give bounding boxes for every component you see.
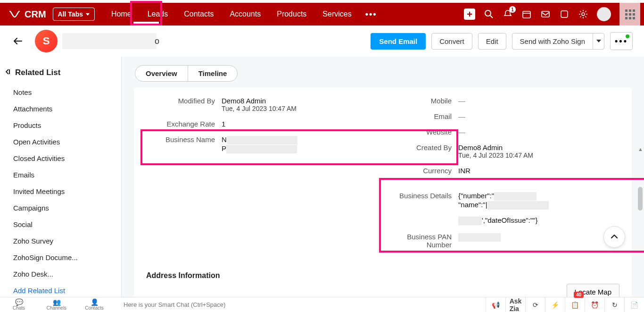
sidebar-item-open-activities[interactable]: Open Activities [13, 134, 121, 150]
extension-icon[interactable] [559, 9, 570, 19]
related-list-header: Related List [0, 57, 121, 84]
split-caret-icon[interactable] [593, 34, 604, 49]
nav-accounts[interactable]: Accounts [222, 3, 269, 25]
svg-point-0 [485, 10, 491, 16]
app-name: CRM [25, 9, 46, 20]
tab-overview[interactable]: Overview [135, 66, 188, 81]
refresh-icon[interactable]: ⟳ [525, 297, 545, 312]
record-tabs: Overview Timeline [122, 57, 644, 87]
svg-rect-4 [542, 11, 549, 17]
search-icon[interactable] [484, 9, 494, 19]
field-email: Email — [383, 109, 619, 124]
detail-panel: Modified By Demo8 Admin Tue, 4 Jul 2023 … [134, 87, 632, 297]
reminder-icon[interactable]: ⏰ [585, 297, 604, 312]
convert-button[interactable]: Convert [431, 33, 472, 50]
chat-icon: 💬 [15, 299, 23, 305]
sidebar-item-invited-meetings[interactable]: Invited Meetings [13, 183, 121, 200]
scrollbar-up-icon[interactable]: ▲ [638, 146, 643, 152]
sidebar-item-emails[interactable]: Emails [13, 167, 121, 183]
sidebar-item-closed-activities[interactable]: Closed Activities [13, 150, 121, 167]
profile-avatar[interactable] [597, 7, 611, 21]
footer-contacts[interactable]: 👤Contacts [75, 299, 113, 311]
record-title: o [62, 33, 157, 49]
all-tabs-dropdown[interactable]: All Tabs [53, 8, 95, 21]
related-list-panel: Related List Notes Attachments Products … [0, 57, 122, 297]
svg-point-6 [582, 13, 585, 16]
field-modified-by: Modified By Demo8 Admin Tue, 4 Jul 2023 … [146, 93, 383, 116]
scroll-to-top-button[interactable] [603, 226, 625, 248]
nav-products[interactable]: Products [269, 3, 314, 25]
app-launcher-icon[interactable] [619, 3, 640, 25]
record-actions: Send Email Convert Edit Send with Zoho S… [371, 32, 633, 50]
sidebar-item-zoho-desk[interactable]: Zoho Desk... [13, 266, 121, 282]
record-avatar: S [35, 30, 58, 52]
content-area: Overview Timeline Modified By Demo8 Admi… [122, 57, 644, 297]
sidebar-item-notes[interactable]: Notes [13, 84, 121, 101]
topbar-right: + 1 [464, 3, 644, 25]
mail-icon[interactable] [540, 9, 551, 19]
more-actions-button[interactable]: ••• [610, 32, 633, 50]
settings-gear-icon[interactable] [578, 9, 588, 19]
top-nav-bar: CRM All Tabs Home Leads Contacts Account… [0, 3, 644, 25]
send-email-button[interactable]: Send Email [371, 33, 426, 50]
scrollbar-thumb[interactable] [638, 187, 643, 211]
add-related-list-link[interactable]: Add Related List [13, 282, 121, 297]
address-section-title: Address Information [146, 253, 619, 280]
sidebar-item-attachments[interactable]: Attachments [13, 101, 121, 117]
svg-rect-5 [561, 11, 568, 17]
sidebar-item-zohosign-docs[interactable]: ZohoSign Docume... [13, 249, 121, 266]
sidebar-item-zoho-survey[interactable]: Zoho Survey [13, 233, 121, 249]
announcement-icon[interactable]: 📢 [486, 297, 505, 312]
send-zoho-sign-button[interactable]: Send with Zoho Sign [512, 33, 604, 50]
contacts-icon: 👤 [91, 299, 99, 305]
nav-contacts[interactable]: Contacts [176, 3, 222, 25]
quick-create-button[interactable]: + [464, 8, 475, 20]
zia-signal-icon[interactable]: ⚡ [545, 297, 565, 312]
footer-bar: 💬Chats 👥Channels 👤Contacts Here is your … [0, 297, 644, 312]
footer-right-tools: 📢 Ask Zia ⟳ ⚡ 📋40 ⏰ ↻ 📄 [486, 297, 644, 312]
collapse-panel-icon[interactable] [5, 68, 11, 77]
svg-line-1 [490, 16, 493, 18]
leads-tab-annotation [130, 1, 162, 25]
footer-chats[interactable]: 💬Chats [0, 299, 38, 311]
history-icon[interactable]: ↻ [604, 297, 624, 312]
nav-services[interactable]: Services [314, 3, 359, 25]
fields-left-column: Modified By Demo8 Admin Tue, 4 Jul 2023 … [146, 93, 383, 253]
zoho-crm-logo-icon [8, 10, 21, 18]
notes-badge: 40 [574, 292, 584, 298]
back-arrow-icon[interactable] [11, 34, 25, 48]
field-mobile: Mobile — [383, 93, 619, 109]
clipboard-icon[interactable]: 📄 [624, 297, 644, 312]
calendar-icon[interactable] [521, 9, 532, 19]
caret-down-icon [86, 13, 90, 16]
footer-channels[interactable]: 👥Channels [38, 299, 75, 311]
smart-chat-hint[interactable]: Here is your Smart Chat (Ctrl+Space) [124, 301, 486, 308]
nav-more-icon[interactable]: ••• [360, 3, 383, 25]
notification-badge: 1 [509, 6, 516, 13]
svg-rect-2 [523, 11, 530, 18]
related-list-items: Notes Attachments Products Open Activiti… [0, 84, 121, 297]
sidebar-item-products[interactable]: Products [13, 117, 121, 134]
tab-timeline[interactable]: Timeline [188, 66, 238, 81]
record-header: S o Send Email Convert Edit Send with Zo… [0, 25, 644, 57]
sticky-notes-icon[interactable]: 📋40 [565, 297, 585, 312]
channels-icon: 👥 [53, 299, 61, 305]
notification-bell-icon[interactable]: 1 [503, 9, 513, 19]
sidebar-item-campaigns[interactable]: Campaigns [13, 200, 121, 216]
app-logo[interactable]: CRM [0, 9, 53, 20]
status-dot-icon [626, 34, 629, 38]
edit-button[interactable]: Edit [478, 33, 506, 50]
business-name-annotation [140, 129, 458, 165]
ask-zia-button[interactable]: Ask Zia [505, 297, 525, 312]
sidebar-item-social[interactable]: Social [13, 216, 121, 233]
